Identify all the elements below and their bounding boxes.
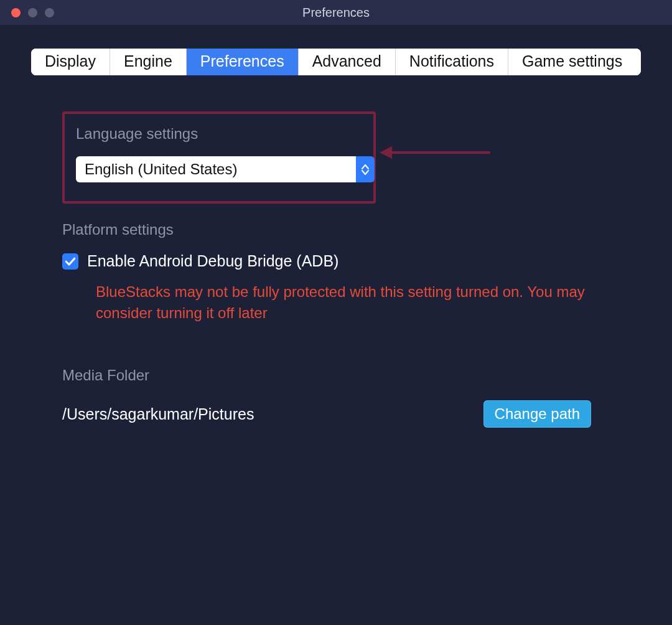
adb-checkbox[interactable]	[62, 253, 78, 270]
annotation-arrow-icon	[380, 143, 492, 162]
media-folder-section: Media Folder /Users/sagarkumar/Pictures …	[62, 367, 628, 428]
tab-advanced[interactable]: Advanced	[299, 49, 396, 75]
change-path-button[interactable]: Change path	[483, 400, 591, 428]
close-window-button[interactable]	[11, 8, 21, 17]
tab-game-settings[interactable]: Game settings	[508, 49, 641, 75]
minimize-window-button[interactable]	[28, 8, 37, 17]
tab-bar: Display Engine Preferences Advanced Noti…	[0, 25, 672, 75]
tab-preferences[interactable]: Preferences	[187, 49, 299, 75]
adb-warning-text: BlueStacks may not be fully protected wi…	[96, 281, 591, 323]
tab-notifications[interactable]: Notifications	[396, 49, 508, 75]
select-stepper-icon[interactable]	[356, 156, 375, 182]
media-folder-label: Media Folder	[62, 367, 628, 384]
platform-settings-section: Platform settings Enable Android Debug B…	[62, 221, 628, 323]
language-select[interactable]: English (United States)	[76, 156, 375, 182]
window-title: Preferences	[0, 6, 672, 20]
adb-checkbox-label: Enable Android Debug Bridge (ADB)	[87, 252, 338, 270]
language-settings-label: Language settings	[76, 125, 362, 143]
window-controls	[0, 8, 54, 17]
language-select-value: English (United States)	[76, 156, 356, 182]
tab-display[interactable]: Display	[31, 49, 110, 75]
maximize-window-button[interactable]	[45, 8, 54, 17]
platform-settings-label: Platform settings	[62, 221, 628, 238]
annotation-highlight-box: Language settings English (United States…	[62, 111, 376, 204]
titlebar: Preferences	[0, 0, 672, 25]
tab-engine[interactable]: Engine	[110, 49, 187, 75]
media-folder-path: /Users/sagarkumar/Pictures	[62, 405, 254, 423]
